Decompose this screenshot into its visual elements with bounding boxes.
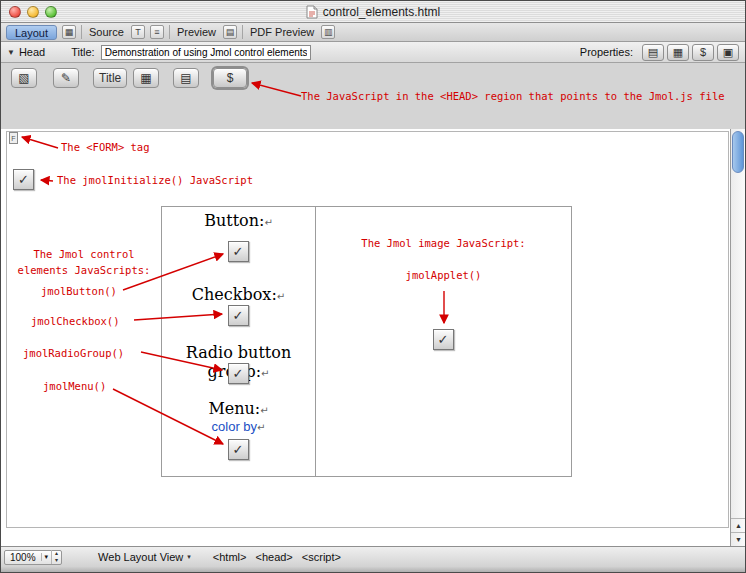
stepper-up-icon[interactable]: ▴ <box>52 550 61 557</box>
disclosure-triangle-icon[interactable]: ▼ <box>7 48 15 57</box>
scroll-up-icon[interactable]: ▲ <box>731 518 746 532</box>
export-properties-icon[interactable]: ▣ <box>717 44 739 61</box>
insert-pen-icon[interactable]: ✎ <box>53 68 79 88</box>
controls-cell: Button:↵ ✓ Checkbox:↵ ✓ Radio button gro… <box>162 207 316 476</box>
button-label: Button:↵ <box>162 211 315 230</box>
lines-icon[interactable]: ≡ <box>150 25 164 39</box>
insert-page-icon[interactable]: ▤ <box>173 68 199 88</box>
jmolmenu-annotation: jmolMenu() <box>43 380 106 392</box>
window-title-text: control_elements.html <box>323 5 440 19</box>
color-by-menu[interactable]: color by↵ <box>162 419 315 434</box>
source-text-icon[interactable]: T <box>131 25 145 39</box>
insert-script-icon[interactable]: $ <box>213 68 247 88</box>
menu-label: Menu:↵ <box>162 399 315 418</box>
window-title: control_elements.html <box>306 5 440 19</box>
head-section-bar: ▼ Head Title: Properties: ▤ ▦ $ ▣ <box>1 42 745 63</box>
tab-pdf-preview[interactable]: PDF Preview <box>248 26 316 38</box>
return-marker-icon: ↵ <box>277 291 285 302</box>
breadcrumb-script[interactable]: <script> <box>302 551 341 563</box>
preview-page-icon[interactable]: ▤ <box>223 25 237 39</box>
view-mode-label: Web Layout View <box>98 551 183 563</box>
insert-toolbar: ▧ ✎ Title ▦ ▤ $ The JavaScript in the <H… <box>1 63 745 129</box>
status-bar: 100% ▾ ▴ ▾ Web Layout View ▾ <html> <hea… <box>1 546 745 567</box>
scrollbar-thumb[interactable] <box>732 131 744 173</box>
zoom-dropdown-icon[interactable]: ▾ <box>41 553 52 561</box>
jmol-button-icon[interactable]: ✓ <box>228 241 249 262</box>
tab-separator <box>242 25 243 39</box>
vertical-scrollbar[interactable]: ▲ ▼ <box>730 129 745 546</box>
jmolcheckbox-annotation: jmolCheckbox() <box>31 315 120 327</box>
pdf-page-icon[interactable]: ▥ <box>321 25 335 39</box>
controls-intro-annotation: The Jmol control elements JavaScripts: <box>9 246 159 278</box>
jmol-radiogroup-icon[interactable]: ✓ <box>228 363 249 384</box>
jmol-checkbox-icon[interactable]: ✓ <box>228 305 249 326</box>
tab-source[interactable]: Source <box>87 26 126 38</box>
title-field-label: Title: <box>71 46 94 58</box>
jmolapplet-annotation: jmolApplet() <box>316 269 571 281</box>
mode-tab-bar: Layout ▦ Source T ≡ Preview ▤ PDF Previe… <box>1 23 745 42</box>
app-window: control_elements.html Layout ▦ Source T … <box>0 0 746 573</box>
script-properties-icon[interactable]: $ <box>692 44 714 61</box>
layout-table: Button:↵ ✓ Checkbox:↵ ✓ Radio button gro… <box>161 206 572 477</box>
return-marker-icon: ↵ <box>257 422 265 433</box>
return-marker-icon: ↵ <box>264 217 272 228</box>
minimize-button[interactable] <box>27 6 39 18</box>
layout-grid-icon[interactable]: ▦ <box>62 25 76 39</box>
view-mode-popup[interactable]: Web Layout View ▾ <box>98 551 191 563</box>
applet-cell: The Jmol image JavaScript: jmolApplet() … <box>316 207 571 476</box>
zoom-control[interactable]: 100% ▾ ▴ ▾ <box>4 550 62 565</box>
table-properties-icon[interactable]: ▦ <box>667 44 689 61</box>
stepper-down-icon[interactable]: ▾ <box>52 557 61 564</box>
document-icon <box>306 5 318 19</box>
zoom-button[interactable] <box>45 6 57 18</box>
return-marker-icon: ↵ <box>260 405 268 416</box>
title-bar[interactable]: control_elements.html <box>1 1 745 23</box>
properties-label: Properties: <box>580 46 633 58</box>
jmol-initialize-icon[interactable]: ✓ <box>13 169 34 190</box>
jmolradiogroup-annotation: jmolRadioGroup() <box>23 347 124 359</box>
initialize-annotation: The jmolInitialize() JavaScript <box>57 174 253 186</box>
jmol-menu-icon[interactable]: ✓ <box>228 439 249 460</box>
tag-path-breadcrumb: <html> <head> <script> <box>213 551 341 563</box>
window-bottom-edge <box>1 567 745 573</box>
insert-title-button[interactable]: Title <box>93 68 127 88</box>
breadcrumb-html[interactable]: <html> <box>213 551 247 563</box>
close-button[interactable] <box>9 6 21 18</box>
scroll-down-icon[interactable]: ▼ <box>731 532 746 546</box>
zoom-stepper[interactable]: ▴ ▾ <box>51 550 61 564</box>
tab-layout[interactable]: Layout <box>6 25 57 40</box>
applet-intro-annotation: The Jmol image JavaScript: <box>316 237 571 249</box>
page-title-input[interactable] <box>101 45 311 60</box>
head-script-annotation: The JavaScript in the <HEAD> region that… <box>301 90 725 102</box>
insert-image-icon[interactable]: ▧ <box>11 68 37 88</box>
tab-separator <box>81 25 82 39</box>
form-tag-annotation: The <FORM> tag <box>61 141 150 153</box>
breadcrumb-head[interactable]: <head> <box>255 551 292 563</box>
jmol-applet-icon[interactable]: ✓ <box>433 329 454 350</box>
checkbox-label: Checkbox:↵ <box>162 285 315 304</box>
window-controls <box>9 6 57 18</box>
zoom-value: 100% <box>5 552 41 563</box>
document-canvas[interactable]: F ✓ The <FORM> tag The jmolInitialize() … <box>1 129 745 546</box>
tab-separator <box>169 25 170 39</box>
popup-arrow-icon: ▾ <box>187 553 191 561</box>
jmolbutton-annotation: jmolButton() <box>41 285 117 297</box>
tab-preview[interactable]: Preview <box>175 26 218 38</box>
return-marker-icon: ↵ <box>261 368 269 379</box>
head-section-label: Head <box>19 46 45 58</box>
doc-properties-icon[interactable]: ▤ <box>642 44 664 61</box>
form-tag-marker[interactable]: F <box>9 132 18 144</box>
insert-table-icon[interactable]: ▦ <box>133 68 159 88</box>
